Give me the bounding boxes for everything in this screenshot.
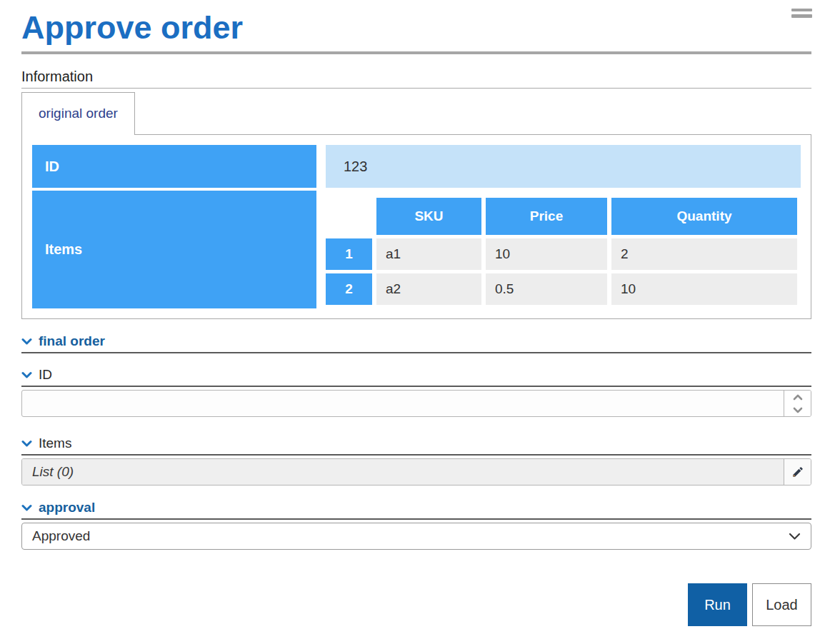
cell-quantity: 10 [611, 273, 797, 305]
chevron-down-icon [789, 533, 801, 540]
edit-items-button[interactable] [784, 459, 811, 485]
run-button[interactable]: Run [688, 583, 747, 626]
order-table: ID 123 Items SKU Price Quantity 1 a1 10 … [32, 145, 801, 308]
order-items-value-cell: SKU Price Quantity 1 a1 10 2 2 a2 0.5 10 [326, 191, 801, 308]
pencil-icon [791, 466, 804, 478]
approval-heading: approval [39, 500, 95, 515]
chevron-down-icon [21, 338, 32, 346]
hamburger-icon[interactable] [791, 9, 812, 21]
information-label: Information [21, 69, 811, 84]
action-bar: Run Load [21, 583, 811, 626]
id-number-field [21, 390, 811, 417]
items-divider [21, 454, 811, 456]
items-section-toggle[interactable]: Items [21, 436, 811, 451]
final-order-heading: final order [39, 333, 105, 349]
hamburger-bar [791, 9, 812, 11]
title-divider [21, 51, 811, 54]
chevron-down-icon [21, 440, 32, 448]
chevron-down-icon [21, 371, 32, 379]
final-order-section-toggle[interactable]: final order [21, 333, 811, 349]
items-table-corner [326, 198, 372, 235]
cell-quantity: 2 [611, 238, 797, 270]
load-button[interactable]: Load [752, 583, 811, 626]
tab-original-order[interactable]: original order [21, 92, 135, 135]
column-header-quantity: Quantity [611, 198, 797, 235]
cell-price: 10 [486, 238, 607, 270]
row-index: 1 [326, 238, 372, 270]
chevron-down-icon [21, 504, 32, 512]
hamburger-bar [791, 14, 812, 18]
spinner-down-button[interactable] [784, 403, 811, 416]
original-order-panel: ID 123 Items SKU Price Quantity 1 a1 10 … [21, 134, 811, 319]
spinner-up-button[interactable] [784, 391, 811, 403]
approval-select[interactable]: Approved [21, 523, 811, 550]
items-list-field: List (0) [21, 458, 811, 485]
page-title: Approve order [21, 9, 811, 47]
chevron-up-icon [793, 394, 803, 401]
final-order-divider [21, 352, 811, 353]
approval-divider [21, 518, 811, 520]
chevron-down-icon [793, 407, 803, 413]
column-header-price: Price [486, 198, 607, 235]
row-index: 2 [326, 273, 372, 305]
items-table: SKU Price Quantity 1 a1 10 2 2 a2 0.5 10 [326, 198, 801, 305]
order-id-label-cell: ID [32, 145, 316, 188]
id-section-toggle[interactable]: ID [21, 367, 811, 383]
order-id-value-cell: 123 [326, 145, 801, 188]
order-items-label-cell: Items [32, 191, 316, 308]
id-heading: ID [39, 367, 52, 383]
information-divider [21, 88, 811, 89]
cell-sku: a1 [376, 238, 481, 270]
cell-price: 0.5 [486, 273, 607, 305]
id-spinner [784, 391, 811, 416]
items-heading: Items [39, 436, 71, 451]
approval-section-toggle[interactable]: approval [21, 500, 811, 515]
id-input[interactable] [22, 391, 784, 416]
approve-order-page: Approve order Information original order… [0, 9, 840, 644]
tab-bar: original order [21, 92, 811, 134]
id-divider [21, 386, 811, 387]
cell-sku: a2 [376, 273, 481, 305]
items-list-value: List (0) [22, 459, 784, 485]
column-header-sku: SKU [376, 198, 481, 235]
approval-selected-value: Approved [32, 528, 789, 544]
